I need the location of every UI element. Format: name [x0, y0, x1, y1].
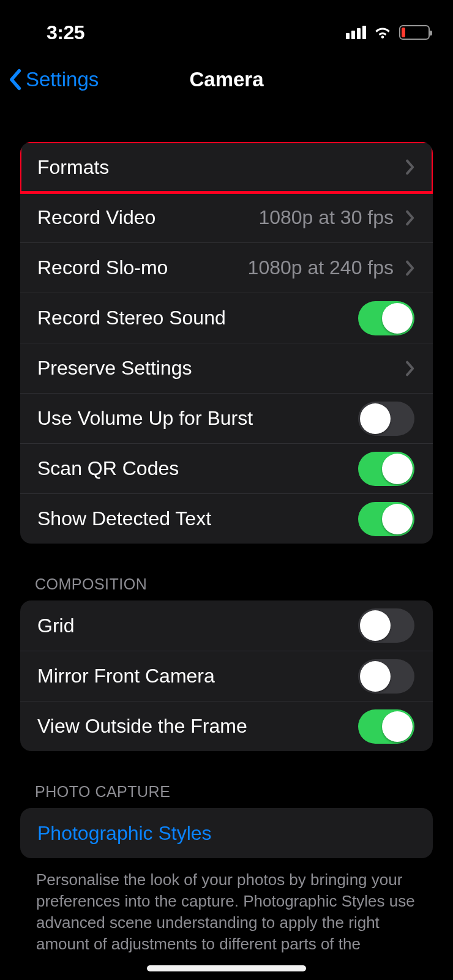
settings-group-composition: Grid Mirror Front Camera View Outside th…	[20, 600, 433, 751]
row-record-stereo-sound: Record Stereo Sound	[20, 293, 433, 343]
toggle-mirror-front-camera[interactable]	[358, 659, 414, 694]
chevron-right-icon	[405, 159, 414, 175]
chevron-right-icon	[405, 260, 414, 276]
row-scan-qr-codes: Scan QR Codes	[20, 443, 433, 493]
status-bar: 3:25	[0, 0, 453, 55]
status-time: 3:25	[47, 21, 84, 44]
nav-header: Settings Camera	[0, 55, 453, 104]
row-label: Grid	[37, 615, 74, 637]
row-label: Record Stereo Sound	[37, 307, 226, 329]
battery-icon	[399, 25, 430, 40]
row-label: Scan QR Codes	[37, 457, 179, 480]
row-view-outside-frame: View Outside the Frame	[20, 701, 433, 751]
toggle-record-stereo-sound[interactable]	[358, 301, 414, 335]
settings-group-main: Formats Record Video 1080p at 30 fps Rec…	[20, 142, 433, 544]
row-label: Use Volume Up for Burst	[37, 407, 253, 430]
row-label: View Outside the Frame	[37, 715, 247, 738]
row-volume-up-burst: Use Volume Up for Burst	[20, 393, 433, 443]
settings-group-photo-capture: Photographic Styles	[20, 808, 433, 858]
row-grid: Grid	[20, 600, 433, 651]
row-label: Show Detected Text	[37, 507, 211, 530]
row-value: 1080p at 30 fps	[258, 206, 394, 229]
section-header-photo-capture: Photo Capture	[20, 751, 433, 808]
row-photographic-styles[interactable]: Photographic Styles	[20, 808, 433, 858]
settings-content: Formats Record Video 1080p at 30 fps Rec…	[0, 104, 453, 955]
row-mirror-front-camera: Mirror Front Camera	[20, 651, 433, 701]
toggle-scan-qr-codes[interactable]	[358, 452, 414, 486]
chevron-right-icon	[405, 210, 414, 226]
row-record-video[interactable]: Record Video 1080p at 30 fps	[20, 192, 433, 242]
row-preserve-settings[interactable]: Preserve Settings	[20, 343, 433, 393]
row-record-slomo[interactable]: Record Slo-mo 1080p at 240 fps	[20, 242, 433, 293]
row-value: 1080p at 240 fps	[248, 256, 394, 279]
row-label: Record Slo-mo	[37, 256, 168, 279]
toggle-grid[interactable]	[358, 608, 414, 643]
row-label: Record Video	[37, 206, 155, 229]
wifi-icon	[373, 25, 392, 40]
photo-capture-footer: Personalise the look of your photos by b…	[20, 858, 433, 955]
toggle-view-outside-frame[interactable]	[358, 709, 414, 744]
toggle-volume-up-burst[interactable]	[358, 402, 414, 436]
row-label: Preserve Settings	[37, 357, 192, 380]
row-show-detected-text: Show Detected Text	[20, 493, 433, 544]
status-indicators	[346, 25, 430, 40]
row-label: Formats	[37, 156, 109, 179]
cellular-icon	[346, 26, 366, 39]
row-label: Mirror Front Camera	[37, 665, 215, 687]
chevron-left-icon	[9, 69, 23, 91]
row-formats[interactable]: Formats	[20, 142, 433, 192]
row-label: Photographic Styles	[37, 822, 212, 845]
back-label: Settings	[26, 68, 99, 91]
section-header-composition: Composition	[20, 544, 433, 600]
chevron-right-icon	[405, 361, 414, 376]
back-button[interactable]: Settings	[0, 68, 99, 91]
home-indicator[interactable]	[147, 965, 306, 971]
toggle-show-detected-text[interactable]	[358, 502, 414, 536]
